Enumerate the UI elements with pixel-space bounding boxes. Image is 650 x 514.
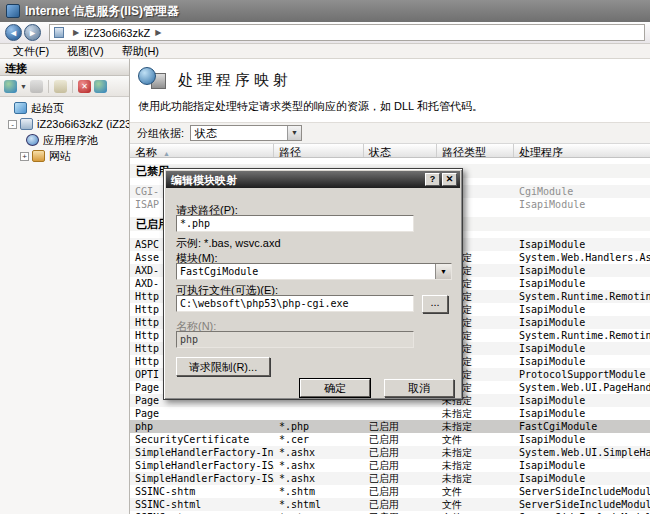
cell-handler: IsapiModule	[514, 407, 650, 420]
tree-item-start-page[interactable]: 起始页	[0, 100, 129, 116]
table-row[interactable]: SSINC-shtml *.shtml 已启用 文件 ServerSideInc…	[130, 498, 650, 511]
tree-item-server[interactable]: - iZ23o6i63zkZ (iZ23o6	[0, 116, 129, 132]
page-title: 处理程序映射	[178, 71, 292, 90]
table-row[interactable]: SimpleHandlerFactory-ISAP... *.ashx 已启用 …	[130, 459, 650, 472]
cell-handler: IsapiModule	[514, 355, 650, 368]
cell-handler: IsapiModule	[514, 433, 650, 446]
breadcrumb-server[interactable]: iZ23o6i63zkZ	[84, 27, 150, 39]
start-page-icon	[14, 102, 27, 114]
tree-label: 应用程序池	[43, 133, 98, 148]
cell-path-type: 未指定	[437, 407, 514, 420]
cell-path: *.shtm	[274, 485, 364, 498]
cell-path: *.ashx	[274, 446, 364, 459]
cell-path: *.cer	[274, 433, 364, 446]
toolbar-divider	[48, 80, 49, 93]
page-description: 使用此功能指定处理特定请求类型的响应的资源，如 DLL 和托管代码。	[130, 95, 650, 122]
refresh-connection-icon[interactable]	[94, 80, 107, 93]
cell-status: 已启用	[364, 433, 437, 446]
cell-name: SimpleHandlerFactory-ISAP...	[130, 472, 274, 485]
menu-file[interactable]: 文件(F)	[4, 44, 58, 59]
group-by-dropdown[interactable]: 状态 ▼	[190, 125, 302, 141]
help-icon[interactable]: ?	[425, 173, 440, 186]
ok-button[interactable]: 确定	[300, 379, 370, 397]
cell-path: *.ashx	[274, 472, 364, 485]
forward-button[interactable]: ►	[24, 24, 41, 41]
cell-name: php	[130, 420, 274, 433]
table-row[interactable]: Page 未指定 IsapiModule	[130, 407, 650, 420]
tree-item-sites[interactable]: + 网站	[0, 148, 129, 164]
menu-help[interactable]: 帮助(H)	[113, 44, 168, 59]
browse-button[interactable]: ...	[422, 295, 448, 313]
dialog-title-bar[interactable]: 编辑模块映射 ? ✕	[166, 171, 460, 188]
cell-handler: IsapiModule	[514, 277, 650, 290]
column-header-handler[interactable]: 处理程序	[514, 144, 650, 157]
cell-handler: System.Web.UI.SimpleHandl...	[514, 446, 650, 459]
cell-status	[364, 407, 437, 420]
handler-mappings-icon	[138, 67, 168, 93]
cell-name: SimpleHandlerFactory-Inte...	[130, 446, 274, 459]
cell-handler: ServerSideIncludeModule	[514, 498, 650, 511]
tree-item-app-pools[interactable]: 应用程序池	[0, 132, 129, 148]
cell-handler: IsapiModule	[514, 303, 650, 316]
expand-icon[interactable]: +	[20, 152, 29, 161]
app-pools-icon	[26, 134, 39, 146]
cell-handler: IsapiModule	[514, 342, 650, 355]
group-by-bar: 分组依据: 状态 ▼	[130, 122, 650, 143]
cell-status: 已启用	[364, 446, 437, 459]
up-icon[interactable]	[54, 80, 67, 93]
cell-path: *.shtml	[274, 498, 364, 511]
connect-icon[interactable]	[4, 80, 17, 93]
cell-path-type: 文件	[437, 485, 514, 498]
address-bar[interactable]: ▶ iZ23o6i63zkZ ▶	[49, 24, 645, 41]
close-icon[interactable]: ✕	[442, 173, 457, 186]
cell-name: SecurityCertificate	[130, 433, 274, 446]
cell-handler: IsapiModule	[514, 238, 650, 251]
cell-path-type: 文件	[437, 498, 514, 511]
cell-handler: System.Runtime.Remoting.C...	[514, 290, 650, 303]
back-button[interactable]: ◄	[5, 24, 22, 41]
cell-name: SSINC-shtml	[130, 498, 274, 511]
column-header-path[interactable]: 路径	[274, 144, 364, 157]
window-title: Internet 信息服务(IIS)管理器	[25, 3, 179, 20]
table-row[interactable]: SimpleHandlerFactory-Inte... *.ashx 已启用 …	[130, 446, 650, 459]
column-header-path-type[interactable]: 路径类型	[437, 144, 514, 157]
request-path-input[interactable]: *.php	[176, 215, 414, 232]
menu-bar: 文件(F) 视图(V) 帮助(H)	[0, 44, 650, 59]
cell-handler: System.Runtime.Remoting.C...	[514, 329, 650, 342]
cell-handler: ProtocolSupportModule	[514, 368, 650, 381]
app-icon	[6, 4, 20, 18]
cell-status: 已启用	[364, 498, 437, 511]
menu-view[interactable]: 视图(V)	[58, 44, 113, 59]
cell-handler: IsapiModule	[514, 472, 650, 485]
delete-icon[interactable]: ✕	[78, 80, 91, 93]
cancel-button[interactable]: 取消	[384, 379, 454, 397]
module-select[interactable]: FastCgiModule ▼	[176, 263, 452, 280]
executable-input[interactable]: C:\websoft\php53\php-cgi.exe	[176, 295, 414, 312]
connections-header: 连接	[0, 59, 129, 76]
table-row[interactable]: SecurityCertificate *.cer 已启用 文件 IsapiMo…	[130, 433, 650, 446]
group-by-label: 分组依据:	[137, 126, 184, 141]
column-header-status[interactable]: 状态	[364, 144, 437, 157]
group-by-value: 状态	[191, 126, 287, 141]
chevron-down-icon[interactable]: ▼	[20, 80, 27, 93]
cell-handler: IsapiModule	[514, 264, 650, 277]
breadcrumb-arrow-icon: ▶	[155, 28, 161, 37]
table-row[interactable]: SSINC-shtm *.shtm 已启用 文件 ServerSideInclu…	[130, 485, 650, 498]
example-text: 示例: *.bas, wsvc.axd	[176, 236, 281, 251]
table-row[interactable]: php *.php 已启用 未指定 FastCgiModule	[130, 420, 650, 433]
request-restrictions-button[interactable]: 请求限制(R)...	[176, 357, 270, 376]
cell-handler: IsapiModule	[514, 394, 650, 407]
cell-handler: CgiModule	[514, 185, 650, 198]
cell-path-type: 未指定	[437, 459, 514, 472]
back-icon: ◄	[9, 28, 18, 38]
save-icon[interactable]	[30, 80, 43, 93]
sort-asc-icon: ▲	[163, 150, 170, 157]
table-row[interactable]: SimpleHandlerFactory-ISAP... *.ashx 已启用 …	[130, 472, 650, 485]
collapse-icon[interactable]: -	[8, 120, 17, 129]
column-header-name[interactable]: 名称▲	[130, 144, 274, 157]
name-input: php	[176, 331, 414, 348]
server-icon	[54, 27, 64, 38]
connections-toolbar: ▼ ✕	[0, 76, 129, 97]
navigation-bar: ◄ ► ▶ iZ23o6i63zkZ ▶	[0, 22, 650, 44]
tree-label: 起始页	[31, 101, 64, 116]
